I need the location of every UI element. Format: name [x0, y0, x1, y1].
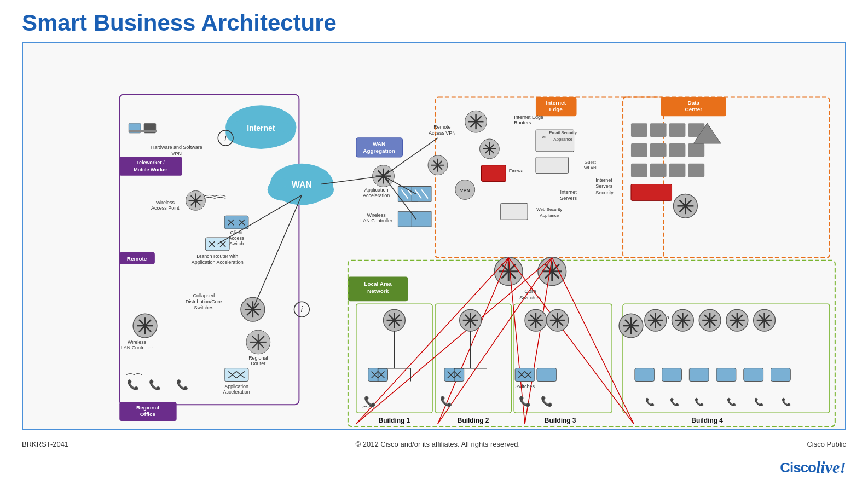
- svg-rect-276: [631, 143, 647, 157]
- svg-text:WAN: WAN: [292, 180, 312, 189]
- svg-text:📞: 📞: [670, 397, 680, 407]
- svg-rect-207: [635, 368, 655, 382]
- svg-rect-108: [500, 203, 528, 220]
- svg-text:Acceleration: Acceleration: [223, 389, 250, 395]
- svg-rect-279: [688, 143, 704, 157]
- svg-text:VPN: VPN: [460, 188, 470, 193]
- svg-rect-206: [537, 368, 557, 382]
- svg-line-271: [253, 195, 302, 309]
- svg-text:Internet: Internet: [560, 189, 577, 195]
- svg-text:Building 4: Building 4: [691, 417, 723, 424]
- svg-rect-99: [536, 157, 569, 174]
- svg-text:Distribution/Core: Distribution/Core: [186, 299, 222, 304]
- svg-rect-249: [224, 368, 248, 382]
- svg-text:Firewall: Firewall: [509, 168, 526, 174]
- svg-text:Office: Office: [140, 411, 156, 417]
- svg-line-143: [438, 258, 552, 424]
- svg-rect-49: [224, 216, 248, 229]
- svg-text:Regional: Regional: [248, 355, 268, 361]
- svg-text:Wireless: Wireless: [367, 212, 386, 218]
- svg-text:Security: Security: [595, 190, 614, 195]
- svg-text:Wireless: Wireless: [128, 339, 147, 345]
- svg-text:Switches: Switches: [515, 384, 535, 389]
- svg-text:📞: 📞: [782, 397, 791, 407]
- svg-text:Appliance: Appliance: [540, 213, 559, 218]
- svg-text:Servers: Servers: [595, 183, 612, 189]
- svg-marker-81: [412, 187, 431, 202]
- svg-text:Wireless: Wireless: [156, 200, 175, 205]
- svg-rect-102: [482, 165, 506, 182]
- svg-text:Appliance: Appliance: [553, 137, 572, 142]
- svg-text:Application Acceleration: Application Acceleration: [192, 259, 244, 265]
- svg-text:Collapsed: Collapsed: [193, 293, 215, 298]
- svg-text:Hardware and Software: Hardware and Software: [151, 145, 202, 150]
- svg-rect-211: [744, 368, 763, 382]
- svg-rect-280: [631, 164, 647, 177]
- svg-text:Router: Router: [251, 361, 265, 366]
- svg-text:Edge: Edge: [549, 106, 563, 112]
- page-title: Smart Business Architecture: [0, 0, 868, 42]
- svg-text:✉: ✉: [542, 135, 546, 140]
- svg-rect-281: [650, 164, 667, 177]
- svg-rect-13: [623, 97, 830, 257]
- svg-rect-201: [515, 368, 535, 382]
- svg-text:📞: 📞: [727, 397, 737, 407]
- svg-rect-210: [716, 368, 736, 382]
- svg-text:📞: 📞: [176, 379, 189, 391]
- svg-text:Switch: Switch: [229, 241, 244, 246]
- svg-rect-41: [129, 130, 157, 132]
- svg-text:Switches: Switches: [194, 305, 214, 310]
- svg-text:Data: Data: [688, 100, 700, 106]
- svg-rect-209: [689, 368, 709, 382]
- svg-rect-272: [631, 123, 647, 137]
- svg-text:Center: Center: [685, 106, 703, 112]
- svg-rect-282: [669, 164, 686, 177]
- svg-text:Network: Network: [367, 288, 389, 294]
- svg-text:Acceleration: Acceleration: [363, 193, 390, 198]
- svg-text:Routers: Routers: [514, 120, 531, 125]
- footer: BRKRST-2041 © 2012 Cisco and/or its affi…: [0, 435, 868, 454]
- footer-classification: Cisco Public: [807, 440, 846, 448]
- svg-text:Internet Edge: Internet Edge: [514, 114, 543, 120]
- svg-text:Building 1: Building 1: [379, 417, 410, 424]
- svg-text:Local Area: Local Area: [364, 281, 392, 287]
- svg-text:Teleworker /: Teleworker /: [136, 160, 165, 165]
- svg-text:i: i: [301, 305, 303, 314]
- svg-marker-87: [412, 211, 431, 227]
- svg-text:📞: 📞: [440, 395, 453, 407]
- svg-text:📞: 📞: [364, 395, 377, 407]
- svg-text:Guest: Guest: [585, 160, 597, 165]
- svg-text:Aggregation: Aggregation: [363, 148, 395, 154]
- svg-text:Access VPN: Access VPN: [429, 130, 456, 136]
- svg-text:Access Point: Access Point: [151, 205, 180, 211]
- svg-rect-283: [688, 164, 704, 177]
- svg-text:📞: 📞: [519, 395, 531, 407]
- svg-rect-274: [669, 123, 686, 137]
- svg-text:VPN: VPN: [171, 151, 181, 157]
- svg-text:Application: Application: [364, 187, 389, 193]
- svg-text:LAN Controller: LAN Controller: [121, 345, 153, 350]
- svg-text:LAN Controller: LAN Controller: [360, 218, 392, 223]
- network-diagram: Regional Office Remote Internet Edge Dat…: [22, 42, 846, 430]
- svg-text:📞: 📞: [127, 379, 140, 391]
- svg-text:Building 3: Building 3: [545, 417, 576, 424]
- svg-text:Remote: Remote: [127, 256, 147, 262]
- svg-text:Regional: Regional: [136, 405, 159, 411]
- svg-text:Building 2: Building 2: [458, 417, 489, 424]
- footer-doc-id: BRKRST-2041: [22, 440, 68, 448]
- svg-rect-278: [669, 143, 686, 157]
- svg-text:Web Security: Web Security: [536, 207, 562, 212]
- svg-text:Remote: Remote: [433, 124, 450, 130]
- svg-rect-273: [650, 123, 667, 137]
- svg-line-145: [552, 258, 634, 424]
- svg-text:Branch Router with: Branch Router with: [196, 253, 238, 259]
- svg-text:📞: 📞: [149, 379, 161, 391]
- svg-text:📞: 📞: [754, 397, 764, 407]
- svg-text:Application: Application: [224, 384, 248, 389]
- svg-text:📞: 📞: [541, 395, 553, 407]
- svg-text:Servers: Servers: [560, 195, 577, 201]
- svg-rect-277: [650, 143, 667, 157]
- cisco-live-logo: Cisco live!: [780, 458, 846, 477]
- svg-text:Internet: Internet: [247, 124, 275, 132]
- svg-text:📞: 📞: [645, 397, 655, 407]
